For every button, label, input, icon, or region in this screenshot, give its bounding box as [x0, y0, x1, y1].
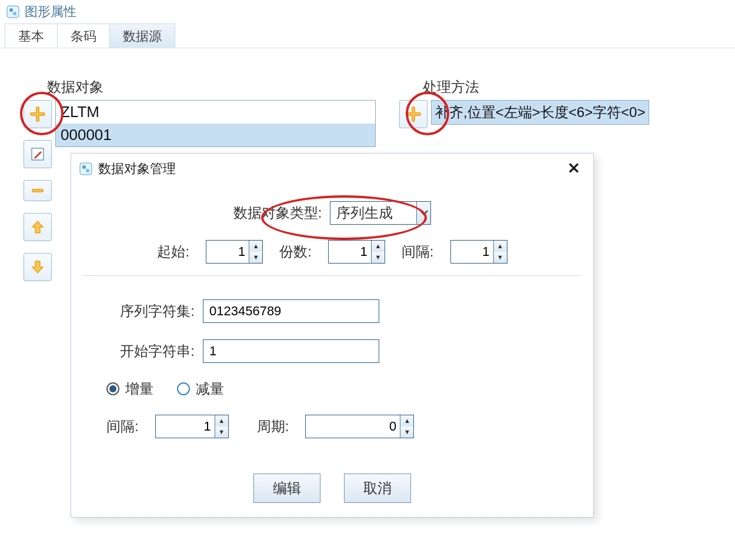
tab-basic[interactable]: 基本	[5, 24, 58, 48]
spin-up-icon[interactable]: ▲	[372, 241, 385, 252]
move-up-button[interactable]	[24, 213, 52, 241]
interval1-field[interactable]	[451, 242, 493, 262]
list-item[interactable]: 000001	[56, 124, 375, 146]
add-data-object-button[interactable]	[24, 100, 52, 128]
list-item[interactable]: ZLTM	[56, 101, 375, 124]
cycle-input[interactable]: ▲▼	[305, 415, 414, 438]
increment-radio[interactable]: 增量	[106, 379, 153, 398]
cancel-button[interactable]: 取消	[344, 474, 411, 503]
spin-up-icon[interactable]: ▲	[249, 241, 262, 252]
svg-point-2	[13, 12, 16, 15]
interval2-field[interactable]	[156, 416, 215, 436]
object-type-select[interactable]: 序列生成	[330, 201, 431, 225]
spin-down-icon[interactable]: ▼	[400, 426, 413, 438]
decrement-radio[interactable]: 减量	[177, 379, 224, 398]
delete-data-object-button[interactable]	[24, 180, 52, 201]
copies-field[interactable]	[329, 242, 371, 262]
radio-dot-icon	[177, 382, 190, 395]
app-icon	[79, 162, 92, 175]
svg-rect-6	[80, 163, 92, 175]
select-value: 序列生成	[330, 201, 416, 225]
startstr-label: 开始字符串:	[95, 342, 195, 361]
data-object-manage-dialog: 数据对象管理 ✕ 数据对象类型: 序列生成 起始: ▲▼ 份数:	[71, 153, 594, 518]
processing-list[interactable]: 补齐,位置<左端>长度<6>字符<0>	[431, 100, 649, 125]
add-processing-button[interactable]	[399, 100, 427, 128]
dialog-title: 数据对象管理	[98, 160, 176, 178]
type-label: 数据对象类型:	[233, 204, 322, 222]
start-input[interactable]: ▲▼	[206, 240, 263, 264]
cycle-field[interactable]	[306, 416, 400, 436]
plus-icon	[29, 106, 46, 122]
arrow-down-icon	[30, 259, 45, 275]
interval1-label: 间隔:	[402, 242, 434, 261]
copies-label: 份数:	[279, 242, 312, 261]
tab-barcode[interactable]: 条码	[57, 24, 110, 48]
cycle-label: 周期:	[257, 417, 289, 436]
charset-input[interactable]	[203, 299, 379, 323]
minus-icon	[30, 186, 45, 195]
window-titlebar: 图形属性	[0, 0, 735, 24]
svg-point-8	[86, 169, 89, 172]
interval2-label: 间隔:	[106, 417, 139, 436]
plus-icon	[405, 106, 422, 122]
app-icon	[6, 5, 20, 19]
interval1-input[interactable]: ▲▼	[450, 240, 507, 264]
spin-up-icon[interactable]: ▲	[494, 241, 507, 252]
spin-down-icon[interactable]: ▼	[215, 426, 228, 438]
close-button[interactable]: ✕	[563, 158, 585, 179]
svg-point-7	[82, 165, 86, 169]
radio-dot-icon	[106, 382, 119, 395]
spin-down-icon[interactable]: ▼	[494, 252, 507, 263]
spin-up-icon[interactable]: ▲	[400, 415, 413, 426]
move-down-button[interactable]	[24, 253, 52, 281]
tab-bar: 基本 条码 数据源	[0, 24, 735, 48]
increment-label: 增量	[125, 379, 153, 398]
processing-group-label: 处理方法	[399, 78, 649, 96]
spin-down-icon[interactable]: ▼	[372, 252, 385, 263]
tab-datasource[interactable]: 数据源	[109, 24, 175, 48]
edit-button[interactable]: 编辑	[253, 474, 320, 503]
close-icon: ✕	[567, 159, 580, 177]
svg-point-1	[9, 8, 13, 12]
svg-rect-0	[7, 6, 19, 18]
charset-label: 序列字符集:	[95, 302, 195, 321]
decrement-label: 减量	[196, 379, 224, 398]
data-object-group-label: 数据对象	[24, 78, 376, 96]
spin-down-icon[interactable]: ▼	[249, 252, 262, 263]
window-title: 图形属性	[25, 3, 76, 21]
start-field[interactable]	[206, 242, 249, 262]
edit-data-object-button[interactable]	[24, 140, 52, 168]
list-item[interactable]: 补齐,位置<左端>长度<6>字符<0>	[432, 101, 649, 124]
spin-up-icon[interactable]: ▲	[215, 415, 228, 426]
data-object-list[interactable]: ZLTM 000001	[55, 100, 376, 147]
start-label: 起始:	[157, 242, 189, 261]
svg-rect-5	[33, 190, 42, 192]
startstr-input[interactable]	[203, 339, 379, 363]
chevron-down-icon	[416, 202, 430, 224]
pencil-icon	[30, 146, 45, 162]
interval2-input[interactable]: ▲▼	[155, 415, 229, 438]
arrow-up-icon	[30, 219, 45, 235]
dialog-titlebar: 数据对象管理 ✕	[71, 154, 593, 184]
copies-input[interactable]: ▲▼	[328, 240, 385, 264]
